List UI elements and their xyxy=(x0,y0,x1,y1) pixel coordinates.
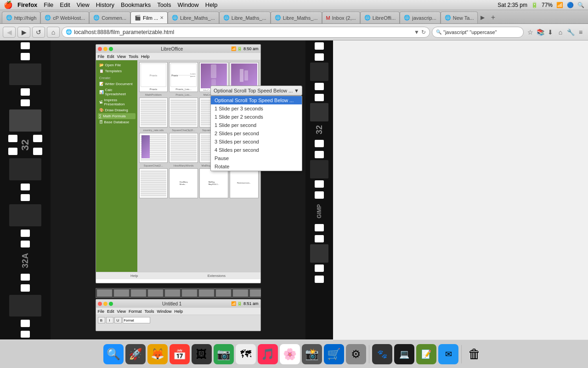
lo-calc[interactable]: 📊 Calc Spreadsheet xyxy=(98,87,136,97)
tab-overflow-button[interactable]: ▶ xyxy=(478,12,487,23)
tab-http-high[interactable]: 🌐 http://high xyxy=(2,12,40,23)
home-button[interactable]: ⌂ xyxy=(47,27,60,38)
lo-close-dot[interactable] xyxy=(98,47,102,51)
lo-open-file[interactable]: 📂 Open File xyxy=(98,62,136,68)
lo2-close-dot[interactable] xyxy=(98,302,102,306)
dropdown-option-5[interactable]: 3 Slides per second xyxy=(211,138,302,146)
dropdown-option-0[interactable]: Optional Scroll Top Speed Below ... xyxy=(211,96,302,104)
lo-templates[interactable]: 📋 Templates xyxy=(98,68,136,74)
tab-javascrip[interactable]: 🌐 javascrip... xyxy=(400,12,441,23)
refresh-button[interactable]: ↺ xyxy=(32,27,45,38)
dock-gimp[interactable]: 🐾 xyxy=(372,344,392,364)
url-refresh-icon[interactable]: ↻ xyxy=(421,29,426,35)
lo-thumb-mathprob[interactable] xyxy=(139,98,168,127)
dock-mail[interactable]: ✉ xyxy=(438,344,458,364)
lo2-menu-edit[interactable]: Edit xyxy=(107,309,114,314)
lo2-toolbar-btn[interactable]: I xyxy=(106,317,113,323)
lo2-menu-file[interactable]: File xyxy=(98,309,105,314)
menu-view[interactable]: View xyxy=(77,1,90,8)
dock-calendar[interactable]: 📅 xyxy=(170,344,190,364)
menu-history[interactable]: History xyxy=(96,1,114,8)
search-bar[interactable]: 🔍 "javascript" "uppercase" xyxy=(432,27,524,38)
dropdown-option-8[interactable]: Rotate xyxy=(211,162,302,171)
lo2-font-selector[interactable]: Format xyxy=(123,317,150,323)
dock-trash[interactable]: 🗑 xyxy=(464,344,485,364)
back-button[interactable]: ◀ xyxy=(3,27,16,38)
lo2-minimize-dot[interactable] xyxy=(103,302,107,306)
lo2-maximize-dot[interactable] xyxy=(109,302,113,306)
dropdown-option-2[interactable]: 1 Slide per 2 seconds xyxy=(211,113,302,121)
dock-camera[interactable]: 📸 xyxy=(302,344,322,364)
lo-menu-edit[interactable]: Edit xyxy=(107,54,114,59)
menu-file[interactable]: File xyxy=(44,1,53,8)
lo-thumb-howmany[interactable]: HowManyWords... xyxy=(169,168,198,198)
lo-help-link[interactable]: Help xyxy=(130,274,138,278)
menu-icon[interactable]: ≡ xyxy=(576,28,585,37)
lo-draw[interactable]: 🎨 Draw Drawing xyxy=(98,107,136,113)
lo-maximize-dot[interactable] xyxy=(109,47,113,51)
lo-thumb-praxis-les[interactable]: Praxis Lorem ipsum Praxis_Les... xyxy=(169,62,198,92)
menu-tools[interactable]: Tools xyxy=(157,1,171,8)
lo-minimize-dot[interactable] xyxy=(103,47,107,51)
lo-thumb-reminiscences[interactable]: Reminiscences... xyxy=(230,168,259,198)
lo-thumb-sq4[interactable] xyxy=(139,168,168,198)
lo-extensions-link[interactable]: Extensions xyxy=(208,274,226,278)
dock-terminal[interactable]: 💻 xyxy=(394,344,414,364)
tab-libreoffi[interactable]: 🌐 LibreOffi... xyxy=(360,12,400,23)
search-icon[interactable]: 🔍 xyxy=(577,2,584,8)
dock-libreoffice[interactable]: 📝 xyxy=(416,344,436,364)
tab-film-active[interactable]: 🎬 Film ... ✕ xyxy=(130,12,168,23)
lo-thumb-country[interactable] xyxy=(139,133,168,163)
lo-menu-view[interactable]: View xyxy=(117,54,126,59)
lo-writer[interactable]: 📝 Writer Document xyxy=(98,81,136,87)
dropdown-option-6[interactable]: 4 Slides per second xyxy=(211,146,302,154)
lo-menu-file[interactable]: File xyxy=(98,54,105,59)
home-nav-icon[interactable]: ⌂ xyxy=(556,28,565,37)
tab-cpwebhost[interactable]: 🌐 cP WebHost... xyxy=(40,12,89,23)
lo2-toolbar-btn[interactable]: B xyxy=(98,317,105,323)
lo2-menu-help[interactable]: Help xyxy=(174,309,183,314)
tab-inbox[interactable]: M Inbox (2,... xyxy=(322,12,360,23)
lo2-menu-window[interactable]: Window xyxy=(157,309,171,314)
dock-launchpad[interactable]: 🚀 xyxy=(125,344,146,364)
menu-window[interactable]: Window xyxy=(178,1,199,8)
dropdown-option-4[interactable]: 2 Slides per second xyxy=(211,129,302,138)
dock-music[interactable]: 🎵 xyxy=(258,344,278,364)
download-icon[interactable]: ⬇ xyxy=(546,28,555,37)
dock-settings[interactable]: ⚙ xyxy=(346,344,366,364)
dropdown-option-1[interactable]: 1 Slide per 3 seconds xyxy=(211,104,302,113)
bookmark-manager-icon[interactable]: 📚 xyxy=(536,28,545,37)
lo-thumb-praxis2[interactable] xyxy=(169,98,198,127)
dock-finder[interactable]: 🔍 xyxy=(103,344,124,364)
dock-maps[interactable]: 🗺 xyxy=(236,344,256,364)
bookmark-icon[interactable]: ☆ xyxy=(526,28,535,37)
tab-close-icon[interactable]: ✕ xyxy=(160,15,164,20)
lo-math[interactable]: ∑ Math Formula xyxy=(98,113,136,119)
dock-appstore[interactable]: 🛒 xyxy=(324,344,344,364)
dock-photos[interactable]: 🌸 xyxy=(280,344,300,364)
tab-libre1[interactable]: 🌐 Libre_Maths_... xyxy=(168,12,219,23)
forward-button[interactable]: ▶ xyxy=(17,27,30,38)
tab-commen[interactable]: 🌐 Commen... xyxy=(89,12,130,23)
dock-preview[interactable]: 🖼 xyxy=(192,344,212,364)
tab-libre2[interactable]: 🌐 Libre_Maths_... xyxy=(219,12,271,23)
lo-thumb-praxis[interactable]: Praxis Praxis xyxy=(139,62,168,92)
menu-bookmarks[interactable]: Bookmarks xyxy=(121,1,151,8)
tab-newta[interactable]: 🌐 New Ta... xyxy=(441,12,478,23)
addon-icon[interactable]: 🔧 xyxy=(566,28,575,37)
menu-edit[interactable]: Edit xyxy=(60,1,70,8)
lo2-menu-view[interactable]: View xyxy=(117,309,126,314)
url-dropdown-icon[interactable]: ▼ xyxy=(414,29,419,35)
lo-base[interactable]: 🗄 Base Database xyxy=(98,119,136,125)
lo2-toolbar-btn[interactable]: U xyxy=(114,317,122,323)
lo-menu-help[interactable]: Help xyxy=(141,54,150,59)
url-bar[interactable]: 🌐 localhost:8888/film_parameterizable.ht… xyxy=(62,27,430,38)
dropdown-option-3[interactable]: 1 Slide per second xyxy=(211,121,302,129)
lo-menu-tools[interactable]: Tools xyxy=(129,54,138,59)
dropdown-control[interactable]: Optional Scroll Top Speed Below ... ▼ xyxy=(210,86,302,96)
menu-help[interactable]: Help xyxy=(205,1,218,8)
tab-libre3[interactable]: 🌐 Libre_Maths_... xyxy=(271,12,322,23)
dropdown-option-7[interactable]: Pause xyxy=(211,154,302,162)
lo2-menu-tools[interactable]: Tools xyxy=(144,309,154,314)
tab-new-button[interactable]: + xyxy=(487,12,499,23)
